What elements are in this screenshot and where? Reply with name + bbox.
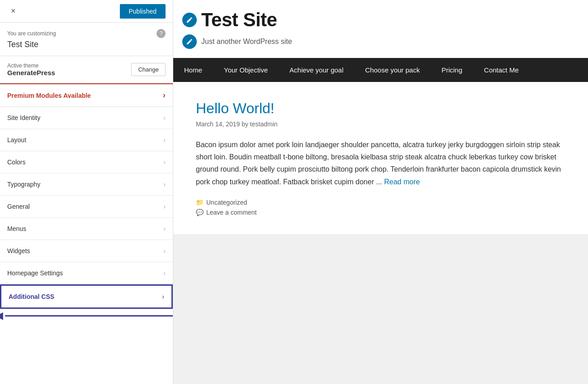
- post-category[interactable]: Uncategorized: [206, 199, 247, 206]
- sidebar-item-typography[interactable]: Typography ›: [0, 173, 173, 196]
- post-title[interactable]: Hello World!: [196, 100, 565, 117]
- customizing-section: You are customizing ? Test Site: [0, 23, 173, 56]
- sidebar-item-layout[interactable]: Layout ›: [0, 129, 173, 151]
- sidebar-item-site-identity[interactable]: Site Identity ›: [0, 107, 173, 129]
- post-comment-link[interactable]: Leave a comment: [206, 209, 256, 216]
- pencil-svg: [186, 38, 193, 45]
- sidebar-item-additional-css[interactable]: Additional CSS ›: [0, 284, 173, 309]
- sidebar-item-label: Menus: [7, 225, 26, 232]
- nav-item-contact[interactable]: Contact Me: [473, 58, 530, 82]
- close-button[interactable]: ×: [7, 5, 19, 18]
- site-tagline-row: Just another WordPress site: [182, 34, 570, 49]
- nav-item-achieve-goal[interactable]: Achieve your goal: [279, 58, 354, 82]
- premium-modules-banner[interactable]: Premium Modules Available ›: [0, 83, 173, 107]
- sidebar-item-homepage-settings[interactable]: Homepage Settings ›: [0, 262, 173, 284]
- left-arrow-icon: ◀: [0, 310, 3, 322]
- preview-area: Test Site Just another WordPress site Ho…: [173, 0, 588, 384]
- chevron-right-icon: ›: [163, 247, 166, 254]
- premium-arrow-icon: ›: [163, 91, 166, 100]
- edit-tagline-icon[interactable]: [182, 34, 197, 49]
- read-more-link[interactable]: Read more: [384, 178, 420, 186]
- site-tagline: Just another WordPress site: [201, 38, 292, 46]
- sidebar-header: × Published: [0, 0, 173, 23]
- chevron-right-icon: ›: [163, 181, 166, 188]
- nav-item-choose-pack[interactable]: Choose your pack: [354, 58, 431, 82]
- change-theme-button[interactable]: Change: [131, 63, 166, 76]
- chevron-right-icon: ›: [162, 293, 164, 300]
- customizer-sidebar: × Published You are customizing ? Test S…: [0, 0, 173, 384]
- customizing-site-name: Test Site: [7, 40, 166, 49]
- chevron-right-icon: ›: [163, 136, 166, 144]
- sidebar-item-label: General: [7, 203, 30, 210]
- chevron-right-icon: ›: [163, 225, 166, 232]
- post-content: Bacon ipsum dolor amet pork loin landjae…: [196, 139, 565, 188]
- chevron-right-icon: ›: [163, 158, 166, 166]
- nav-item-home[interactable]: Home: [173, 58, 213, 82]
- theme-label: Active theme: [7, 62, 55, 69]
- sidebar-item-colors[interactable]: Colors ›: [0, 151, 173, 173]
- site-title: Test Site: [201, 9, 277, 31]
- sidebar-item-label: Colors: [7, 158, 25, 166]
- folder-icon: 📁: [196, 199, 204, 206]
- additional-css-label: Additional CSS: [9, 293, 54, 300]
- sidebar-item-label: Site Identity: [7, 114, 40, 121]
- sidebar-item-label: Homepage Settings: [7, 269, 63, 277]
- navigation-bar: Home Your Objective Achieve your goal Ch…: [173, 58, 588, 82]
- post-category-item: 📁 Uncategorized: [196, 199, 565, 206]
- sidebar-item-widgets[interactable]: Widgets ›: [0, 240, 173, 262]
- post-footer: 📁 Uncategorized 💬 Leave a comment: [196, 199, 565, 216]
- post-comment-item: 💬 Leave a comment: [196, 209, 565, 216]
- sidebar-item-label: Typography: [7, 181, 40, 188]
- customizing-label: You are customizing ?: [7, 29, 166, 38]
- chevron-right-icon: ›: [163, 269, 166, 277]
- post-meta: March 14, 2019 by testadmin: [196, 120, 565, 128]
- main-content: Hello World! March 14, 2019 by testadmin…: [173, 82, 588, 234]
- sidebar-item-menus[interactable]: Menus ›: [0, 218, 173, 240]
- chevron-right-icon: ›: [163, 114, 166, 121]
- published-button[interactable]: Published: [120, 4, 166, 19]
- theme-name: GeneratePress: [7, 69, 55, 77]
- arrow-line: [5, 315, 173, 317]
- edit-site-title-icon[interactable]: [182, 13, 197, 27]
- pencil-svg: [186, 16, 193, 24]
- site-header: Test Site Just another WordPress site: [173, 0, 588, 58]
- theme-section: Active theme GeneratePress Change: [0, 56, 173, 83]
- sidebar-item-label: Widgets: [7, 247, 30, 254]
- help-icon[interactable]: ?: [156, 29, 166, 38]
- sidebar-item-general[interactable]: General ›: [0, 196, 173, 218]
- sidebar-item-label: Layout: [7, 136, 26, 144]
- nav-item-your-objective[interactable]: Your Objective: [213, 58, 279, 82]
- chevron-right-icon: ›: [163, 203, 166, 210]
- comment-icon: 💬: [196, 209, 204, 216]
- premium-modules-label: Premium Modules Available: [7, 92, 91, 99]
- arrow-annotation: ◀: [0, 310, 173, 322]
- nav-item-pricing[interactable]: Pricing: [431, 58, 473, 82]
- site-title-row: Test Site: [182, 9, 570, 31]
- customizer-menu: Site Identity › Layout › Colors › Typogr…: [0, 107, 173, 384]
